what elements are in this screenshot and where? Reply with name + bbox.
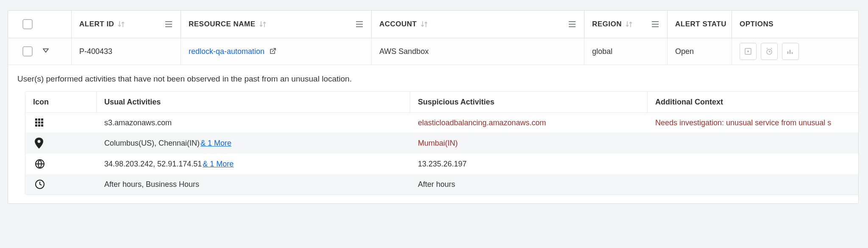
svg-rect-9 [35,124,37,127]
context-ip [648,154,859,174]
header-label: ACCOUNT [379,20,417,28]
cell-account: AWS Sandbox [372,38,584,65]
usual-service: s3.amazonaws.com [97,113,410,132]
svg-rect-3 [35,118,37,121]
svg-rect-5 [41,118,43,121]
location-more-link[interactable]: & 1 More [200,139,231,148]
alerts-table: ALERT ID RESOURCE NAME ACCOUNT [8,10,859,204]
header-resource-name[interactable]: RESOURCE NAME [181,11,372,38]
context-time [648,174,859,194]
svg-rect-7 [38,121,40,124]
account-text: AWS Sandbox [379,47,428,56]
row-checkbox[interactable] [22,46,33,56]
table-row: P-400433 redlock-qa-automation AWS Sandb… [8,38,858,65]
svg-rect-11 [41,124,43,127]
detail-row-service: s3.amazonaws.com elasticloadbalancing.am… [25,113,859,132]
header-alert-status[interactable]: ALERT STATU [668,11,732,38]
header-options: OPTIONS [732,11,858,38]
detail-header-suspicious: Suspicious Activities [410,92,648,113]
snooze-button[interactable] [761,43,778,60]
header-label: OPTIONS [740,20,773,28]
grid-icon [25,113,97,132]
svg-rect-6 [35,121,37,124]
detail-row-ip: 34.98.203.242, 52.91.174.51 & 1 More 13.… [25,154,859,174]
table-header-row: ALERT ID RESOURCE NAME ACCOUNT [8,11,858,38]
row-checkbox-cell [8,38,72,65]
svg-rect-4 [38,118,40,121]
svg-point-1 [747,51,749,52]
usual-location-cell: Columbus(US), Chennai(IN) & 1 More [97,132,410,154]
column-menu-icon[interactable] [568,21,576,28]
header-account[interactable]: ACCOUNT [372,11,584,38]
alert-id-text: P-400433 [79,47,112,56]
suspicious-time: After hours [410,174,648,194]
cell-resource-name: redlock-qa-automation [181,38,372,65]
cell-alert-id: P-400433 [72,38,181,65]
sort-icon[interactable] [625,20,634,28]
header-alert-id[interactable]: ALERT ID [72,11,181,38]
context-location [648,132,859,154]
region-text: global [592,47,612,56]
detail-header-usual: Usual Activities [97,92,410,113]
context-service: Needs investigation: unusual service fro… [655,118,831,127]
sort-icon[interactable] [420,20,429,28]
header-region[interactable]: REGION [584,11,668,38]
suspicious-location: Mumbai(IN) [418,139,458,148]
sort-icon[interactable] [259,20,267,28]
dismiss-button[interactable] [740,43,757,60]
svg-point-12 [38,140,41,143]
column-menu-icon[interactable] [651,21,659,28]
ip-more-link[interactable]: & 1 More [203,160,234,169]
column-menu-icon[interactable] [164,21,173,28]
row-detail-panel: User(s) performed activities that have n… [8,65,858,203]
suspicious-service: elasticloadbalancing.amazonaws.com [418,118,546,127]
cell-options [732,38,858,65]
resource-link[interactable]: redlock-qa-automation [189,47,264,56]
detail-row-time: After hours, Business Hours After hours [25,174,859,194]
cell-region: global [584,38,668,65]
usual-ip-cell: 34.98.203.242, 52.91.174.51 & 1 More [97,154,410,174]
detail-row-location: Columbus(US), Chennai(IN) & 1 More Mumba… [25,132,859,154]
status-text: Open [675,47,694,56]
svg-rect-8 [41,121,43,124]
header-label: ALERT ID [79,20,114,28]
usual-time: After hours, Business Hours [97,174,410,194]
detail-header-context: Additional Context [648,92,859,113]
detail-message: User(s) performed activities that have n… [17,74,849,84]
select-all-checkbox[interactable] [22,19,33,29]
external-link-icon[interactable] [269,48,276,55]
detail-table: Icon Usual Activities Suspicious Activit… [25,91,859,195]
detail-header-row: Icon Usual Activities Suspicious Activit… [25,92,859,113]
usual-ip: 34.98.203.242, 52.91.174.51 [104,160,202,169]
detail-header-icon: Icon [25,92,97,113]
sort-icon[interactable] [117,20,126,28]
map-pin-icon [25,132,97,154]
expand-caret-icon[interactable] [43,48,49,55]
header-checkbox-cell [8,11,72,38]
investigate-button[interactable] [782,43,799,60]
header-label: REGION [592,20,622,28]
column-menu-icon[interactable] [355,21,364,28]
suspicious-ip: 13.235.26.197 [410,154,648,174]
svg-rect-10 [38,124,40,127]
header-label: ALERT STATU [675,20,726,28]
globe-icon [25,154,97,174]
header-label: RESOURCE NAME [189,20,256,28]
usual-location: Columbus(US), Chennai(IN) [104,139,200,148]
cell-status: Open [668,38,732,65]
clock-icon [25,174,97,194]
